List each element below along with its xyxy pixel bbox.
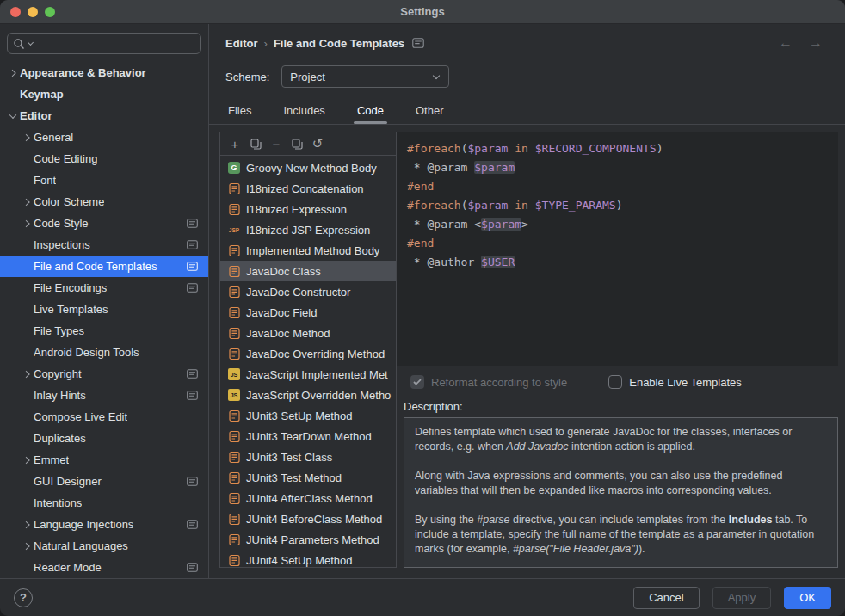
sidebar-item-file-types[interactable]: File Types bbox=[0, 320, 208, 342]
sidebar-item-live-templates[interactable]: Live Templates bbox=[0, 299, 208, 320]
sidebar-item-color-scheme[interactable]: Color Scheme bbox=[0, 191, 208, 213]
chevron-right-icon[interactable] bbox=[5, 62, 20, 83]
sidebar-item-keymap[interactable]: Keymap bbox=[0, 83, 208, 105]
breadcrumb-editor[interactable]: Editor bbox=[225, 37, 258, 50]
chevron-right-icon[interactable] bbox=[19, 363, 34, 385]
chevron-right-icon[interactable] bbox=[19, 213, 34, 234]
chevron-right-icon[interactable] bbox=[19, 514, 34, 535]
search-input[interactable] bbox=[37, 36, 195, 51]
sidebar-item-inlay-hints[interactable]: Inlay Hints bbox=[0, 385, 208, 406]
sidebar-item-intentions[interactable]: Intentions bbox=[0, 492, 208, 514]
close-button[interactable] bbox=[10, 7, 21, 17]
scheme-select[interactable]: Project bbox=[281, 65, 449, 88]
chevron-spacer bbox=[19, 385, 34, 406]
template-item-junit4-parameters-method[interactable]: JUnit4 Parameters Method bbox=[220, 529, 396, 550]
sidebar-item-inspections[interactable]: Inspections bbox=[0, 234, 208, 256]
template-item-label: JUnit3 SetUp Method bbox=[246, 410, 353, 422]
template-item-junit3-teardown-method[interactable]: JUnit3 TearDown Method bbox=[220, 426, 396, 447]
template-item-javadoc-method[interactable]: JavaDoc Method bbox=[220, 323, 396, 343]
chevron-down-icon[interactable] bbox=[5, 105, 20, 126]
remove-icon[interactable]: − bbox=[267, 134, 286, 153]
description-box[interactable]: Defines template which used to generate … bbox=[404, 417, 838, 568]
sidebar-item-code-editing[interactable]: Code Editing bbox=[0, 148, 208, 169]
sidebar-item-label: Compose Live Edit bbox=[34, 410, 127, 423]
sidebar-item-language-injections[interactable]: Language Injections bbox=[0, 514, 208, 535]
search-options-chevron-icon[interactable] bbox=[28, 40, 34, 47]
sidebar-item-file-encodings[interactable]: File Encodings bbox=[0, 277, 208, 299]
help-button[interactable]: ? bbox=[14, 588, 33, 607]
template-item-junit3-test-class[interactable]: JUnit3 Test Class bbox=[220, 447, 396, 467]
sidebar-item-appearance-behavior[interactable]: Appearance & Behavior bbox=[0, 62, 208, 83]
forward-button[interactable]: → bbox=[804, 35, 828, 51]
template-item-label: JUnit4 AfterClass Method bbox=[246, 492, 373, 505]
chevron-right-icon[interactable] bbox=[19, 449, 34, 471]
template-item-label: JUnit4 BeforeClass Method bbox=[246, 513, 382, 526]
sidebar-item-general[interactable]: General bbox=[0, 126, 208, 148]
template-item-label: I18nized Concatenation bbox=[246, 182, 364, 195]
description-paragraph: Along with Java expressions and comments… bbox=[415, 469, 827, 498]
sidebar-item-duplicates[interactable]: Duplicates bbox=[0, 428, 208, 449]
sidebar-item-label: Code Style bbox=[34, 217, 89, 230]
tab-code[interactable]: Code bbox=[355, 96, 385, 124]
chevron-right-icon[interactable] bbox=[19, 535, 34, 557]
template-item-javadoc-field[interactable]: JavaDoc Field bbox=[220, 302, 396, 323]
sidebar-item-label: GUI Designer bbox=[34, 475, 102, 488]
zoom-button[interactable] bbox=[45, 7, 55, 17]
minimize-button[interactable] bbox=[28, 7, 38, 17]
sidebar-item-editor[interactable]: Editor bbox=[0, 105, 208, 126]
sidebar-item-file-and-code-templates[interactable]: File and Code Templates bbox=[0, 256, 208, 277]
sidebar-item-gui-designer[interactable]: GUI Designer bbox=[0, 471, 208, 492]
sidebar-item-emmet[interactable]: Emmet bbox=[0, 449, 208, 471]
sidebar-item-font[interactable]: Font bbox=[0, 169, 208, 191]
tab-other[interactable]: Other bbox=[414, 96, 446, 124]
sidebar-item-natural-languages[interactable]: Natural Languages bbox=[0, 535, 208, 557]
chevron-spacer bbox=[19, 234, 34, 256]
add-icon[interactable]: + bbox=[225, 134, 244, 153]
code-line: #foreach($param in $RECORD_COMPONENTS) bbox=[407, 139, 828, 158]
settings-window: Settings Appearance & BehaviorKeymapEdit… bbox=[0, 0, 845, 616]
template-item-i18nized-concatenation[interactable]: I18nized Concatenation bbox=[220, 178, 396, 199]
template-item-junit4-setup-method[interactable]: JUnit4 SetUp Method bbox=[220, 550, 396, 567]
template-editor[interactable]: #foreach($param in $RECORD_COMPONENTS) *… bbox=[397, 132, 838, 366]
cancel-button[interactable]: Cancel bbox=[633, 587, 699, 609]
template-item-label: Groovy New Method Body bbox=[246, 162, 377, 175]
template-item-junit4-afterclass-method[interactable]: JUnit4 AfterClass Method bbox=[220, 488, 396, 508]
template-item-junit4-beforeclass-method[interactable]: JUnit4 BeforeClass Method bbox=[220, 508, 396, 529]
back-button[interactable]: ← bbox=[774, 35, 798, 51]
template-item-junit3-setup-method[interactable]: JUnit3 SetUp Method bbox=[220, 405, 396, 426]
settings-search[interactable] bbox=[7, 33, 201, 54]
tab-includes[interactable]: Includes bbox=[281, 96, 326, 124]
template-item-javascript-overridden-metho[interactable]: JSJavaScript Overridden Metho bbox=[220, 385, 396, 405]
sidebar-item-code-style[interactable]: Code Style bbox=[0, 213, 208, 234]
sidebar-item-label: Emmet bbox=[34, 453, 69, 466]
template-icon bbox=[227, 429, 241, 443]
reformat-checkbox[interactable]: Reformat according to style bbox=[410, 375, 567, 389]
sidebar-item-reader-mode[interactable]: Reader Mode bbox=[0, 557, 208, 578]
chevron-right-icon[interactable] bbox=[19, 126, 34, 148]
scheme-row: Scheme: Project bbox=[209, 65, 845, 88]
template-item-javadoc-constructor[interactable]: JavaDoc Constructor bbox=[220, 281, 396, 302]
template-item-i18nized-jsp-expression[interactable]: JSPI18nized JSP Expression bbox=[220, 219, 396, 240]
code-line: #end bbox=[407, 234, 828, 253]
template-item-implemented-method-body[interactable]: Implemented Method Body bbox=[220, 240, 396, 261]
duplicate-icon[interactable] bbox=[287, 134, 306, 153]
revert-icon[interactable]: ↺ bbox=[308, 134, 327, 153]
sidebar-item-android-design-tools[interactable]: Android Design Tools bbox=[0, 342, 208, 363]
template-item-javadoc-class[interactable]: JavaDoc Class bbox=[220, 261, 396, 281]
tab-files[interactable]: Files bbox=[226, 96, 253, 124]
sidebar-item-compose-live-edit[interactable]: Compose Live Edit bbox=[0, 406, 208, 428]
ok-button[interactable]: OK bbox=[784, 587, 831, 609]
sidebar-item-label: File Encodings bbox=[34, 281, 107, 294]
template-item-i18nized-expression[interactable]: I18nized Expression bbox=[220, 199, 396, 219]
template-item-javadoc-overriding-method[interactable]: JavaDoc Overriding Method bbox=[220, 343, 396, 364]
enable-live-templates-checkbox[interactable]: Enable Live Templates bbox=[608, 375, 742, 389]
chevron-right-icon[interactable] bbox=[19, 191, 34, 213]
template-item-groovy-new-method-body[interactable]: GGroovy New Method Body bbox=[220, 157, 396, 178]
checkbox-checked-icon bbox=[410, 375, 424, 389]
template-item-junit3-test-method[interactable]: JUnit3 Test Method bbox=[220, 467, 396, 488]
apply-button[interactable]: Apply bbox=[712, 587, 772, 609]
code-line: #end bbox=[407, 177, 828, 196]
sidebar-item-copyright[interactable]: Copyright bbox=[0, 363, 208, 385]
copy-icon[interactable] bbox=[246, 134, 265, 153]
template-item-javascript-implemented-met[interactable]: JSJavaScript Implemented Met bbox=[220, 364, 396, 385]
